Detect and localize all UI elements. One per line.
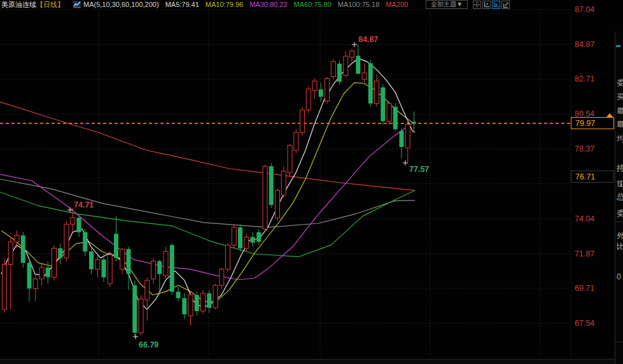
candle-up bbox=[71, 218, 75, 224]
candle-down bbox=[319, 89, 323, 97]
candle-down bbox=[21, 235, 25, 263]
ma-legend-item: MA5:79.41 bbox=[165, 1, 199, 8]
candle-up bbox=[232, 227, 236, 245]
candlestick-chart[interactable]: 84.8777.5774.7166.79 bbox=[0, 0, 623, 364]
quote-panel-label: 总 bbox=[617, 192, 623, 202]
candle-up bbox=[201, 293, 206, 311]
axis-price-label: 67.54 bbox=[575, 319, 594, 328]
quote-panel-label: 比 bbox=[617, 241, 623, 252]
candle-down bbox=[27, 263, 32, 288]
instrument-title: 美原油连续 bbox=[1, 1, 36, 9]
price-annotation: 84.87 bbox=[358, 35, 378, 44]
candle-up bbox=[120, 249, 125, 269]
candle-up bbox=[64, 224, 69, 258]
reference-price-marker: 76.71 bbox=[571, 171, 614, 183]
candle-up bbox=[331, 62, 335, 77]
candle-up bbox=[52, 248, 57, 277]
chart-toolbar bbox=[472, 1, 510, 9]
candle-down bbox=[400, 131, 404, 147]
candle-up bbox=[145, 281, 150, 300]
quote-panel-label: 委 bbox=[617, 208, 623, 219]
ma-legend-item: MA30:80.22 bbox=[249, 1, 287, 8]
candle-down bbox=[176, 291, 181, 298]
candle-up bbox=[164, 251, 168, 276]
candle-down bbox=[132, 285, 137, 333]
axis-price-label: 74.04 bbox=[575, 214, 594, 223]
candle-down bbox=[89, 251, 94, 269]
candle-down bbox=[83, 232, 87, 251]
candle-up bbox=[294, 132, 298, 150]
chart-type-icon[interactable] bbox=[73, 1, 81, 8]
quote-panel-label: 均 bbox=[617, 134, 623, 144]
quote-panel-label: 最 bbox=[617, 119, 623, 130]
candle-down bbox=[114, 234, 118, 258]
export-icon[interactable] bbox=[501, 1, 510, 9]
candle-up bbox=[263, 166, 267, 229]
candle-down bbox=[256, 232, 261, 242]
axis-price-label: 78.37 bbox=[575, 144, 594, 153]
candle-up bbox=[151, 261, 156, 279]
quote-panel-label: 买 bbox=[617, 92, 623, 102]
candle-up bbox=[188, 295, 193, 316]
quote-tick-mark bbox=[616, 45, 620, 47]
sidebar-divider bbox=[615, 221, 623, 222]
candle-up bbox=[325, 78, 330, 101]
crosshair-icon[interactable] bbox=[473, 1, 481, 9]
candle-up bbox=[276, 190, 280, 218]
ma-legend-item: MA10:79.96 bbox=[206, 1, 243, 8]
ma-line-ma100 bbox=[0, 179, 415, 228]
candle-down bbox=[207, 293, 211, 308]
candle-up bbox=[405, 125, 410, 148]
extreme-cross-icon bbox=[403, 160, 408, 165]
chart-play-icon[interactable] bbox=[492, 1, 500, 9]
candle-up bbox=[387, 104, 391, 122]
candle-up bbox=[344, 56, 348, 75]
candle-up bbox=[108, 255, 112, 284]
price-up-arrow-icon bbox=[606, 113, 613, 117]
candle-down bbox=[102, 260, 106, 277]
quote-panel-label: 外 bbox=[617, 230, 623, 241]
all-themes-button[interactable]: 全部主题▼ bbox=[426, 0, 468, 9]
extreme-cross-icon bbox=[352, 42, 357, 47]
quote-panel-label: 委 bbox=[617, 78, 623, 88]
axis-price-label: 71.87 bbox=[575, 249, 594, 258]
candle-up bbox=[281, 171, 286, 195]
trading-app-window: 84.8777.5774.7166.79 美原油连续 【日线】 MA(5,10,… bbox=[0, 0, 623, 364]
candle-up bbox=[213, 285, 218, 307]
candle-down bbox=[238, 227, 242, 248]
candle-up bbox=[350, 51, 354, 57]
period-label[interactable]: 【日线】 bbox=[36, 1, 64, 9]
axis-price-label: 82.71 bbox=[575, 74, 594, 83]
candle-down bbox=[127, 249, 131, 274]
candle-up bbox=[33, 279, 38, 288]
price-annotation: 74.71 bbox=[74, 200, 94, 209]
quote-panel-clipped[interactable]: 委买最最均持现总委外比0 bbox=[615, 32, 623, 364]
candle-up bbox=[39, 268, 44, 279]
candle-down bbox=[182, 298, 186, 314]
chart-axes-icon[interactable] bbox=[482, 1, 491, 9]
candle-up bbox=[95, 260, 100, 269]
candle-down bbox=[381, 87, 385, 121]
candle-down bbox=[412, 122, 416, 123]
quote-panel-label: 现 bbox=[617, 179, 623, 190]
candle-down bbox=[157, 261, 162, 274]
candle-down bbox=[251, 237, 255, 242]
candle-down bbox=[393, 107, 398, 129]
sidebar-divider bbox=[615, 342, 623, 342]
axis-price-label: 84.87 bbox=[575, 40, 594, 49]
ma-line-ma60 bbox=[0, 190, 415, 256]
candle-up bbox=[362, 73, 367, 80]
ma-legend-item: MA100:75.18 bbox=[338, 1, 379, 8]
candle-up bbox=[300, 110, 305, 132]
candle-down bbox=[195, 295, 199, 311]
candle-up bbox=[226, 245, 230, 269]
candle-down bbox=[337, 64, 342, 82]
candle-up bbox=[15, 235, 19, 242]
ma-legend-item: MA60:75.80 bbox=[294, 1, 332, 8]
price-annotation: 77.57 bbox=[409, 165, 429, 174]
ma-legend: MA(5,10,30,60,100,200)MA5:79.41MA10:79.9… bbox=[83, 1, 414, 9]
quote-panel-label: 持 bbox=[617, 163, 623, 174]
extreme-cross-icon bbox=[133, 334, 138, 339]
candle-down bbox=[46, 268, 50, 277]
candle-up bbox=[139, 299, 143, 333]
